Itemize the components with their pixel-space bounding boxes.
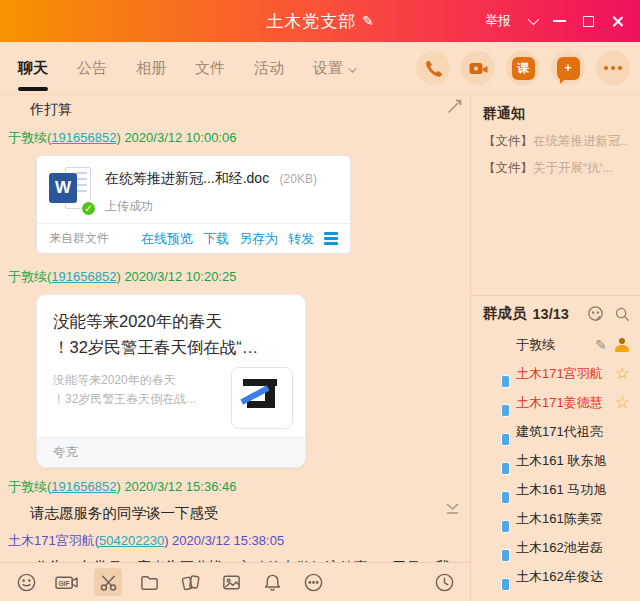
red-packet-button[interactable] (176, 568, 204, 596)
tab-settings[interactable]: 设置 (313, 59, 354, 78)
sender-uid-link[interactable]: 504202230 (99, 533, 164, 548)
close-button[interactable] (611, 15, 624, 28)
group-members-section: 群成员 13/13 于敦续 ✎ 土木171宫羽航 ☆ (471, 296, 640, 601)
new-topic-button[interactable]: + (551, 51, 585, 85)
edit-nickname-icon[interactable]: ✎ (595, 337, 607, 353)
screenshot-button[interactable] (94, 568, 122, 596)
avatar (483, 333, 507, 357)
file-card-footer: 来自群文件 在线预览 下载 另存为 转发 (37, 223, 350, 253)
window-controls: 举报 (485, 0, 640, 42)
mobile-online-icon (501, 520, 510, 533)
sender-name[interactable]: 于敦续 (8, 479, 47, 494)
file-message-card[interactable]: W ✓ 在统筹推进新冠...和经.doc (20KB) 上传成功 来自群文件 在… (36, 155, 351, 254)
edit-group-name-icon[interactable]: ✎ (362, 13, 374, 29)
send-file-button[interactable] (135, 568, 163, 596)
member-name: 土木161陈美霓 (516, 510, 603, 528)
member-row[interactable]: 土木162牟俊达 (483, 562, 630, 591)
link-source-label: 夸克 (37, 437, 305, 467)
member-name: 于敦续 (516, 336, 555, 354)
member-row[interactable]: 土木161 马功旭 (483, 475, 630, 504)
file-name[interactable]: 在统筹推进新冠...和经.doc (105, 170, 269, 186)
sender-name[interactable]: 于敦续 (8, 269, 47, 284)
file-size: (20KB) (280, 172, 317, 186)
phone-icon (423, 58, 443, 78)
member-name: 土木162池岩磊 (516, 539, 603, 557)
member-name: 土木162牟俊达 (516, 568, 603, 586)
message-sender-line: 于敦续(191656852) 2020/3/12 10:20:25 (8, 268, 470, 286)
member-row[interactable]: 土木171宫羽航 ☆ (483, 359, 630, 388)
avatar (483, 420, 507, 444)
mobile-online-icon (501, 491, 510, 504)
member-name: 土木171宫羽航 (516, 365, 603, 383)
gif-button[interactable]: GIF (53, 568, 81, 596)
message-sender-line: 于敦续(191656852) 2020/3/12 15:36:46 (8, 478, 470, 496)
bell-icon (262, 572, 283, 593)
partial-message-text: 作打算 (30, 101, 470, 119)
video-call-button[interactable] (461, 51, 495, 85)
group-sidebar: 群通知 【文件】在统筹推进新冠... 【文件】关于开展“抗‘... 群成员 13… (470, 95, 640, 601)
minimize-button[interactable] (553, 20, 566, 22)
anonymous-chat-icon[interactable] (587, 305, 604, 322)
tab-files[interactable]: 文件 (195, 59, 225, 78)
class-icon: 课 (512, 57, 535, 80)
emoji-button[interactable] (12, 568, 40, 596)
message-history-button[interactable] (430, 568, 458, 596)
member-row[interactable]: 于敦续 ✎ (483, 330, 630, 359)
chevron-down-icon[interactable] (528, 14, 539, 25)
group-notify-button[interactable] (258, 568, 286, 596)
scroll-to-bottom-icon[interactable] (445, 502, 460, 516)
member-row[interactable]: 建筑171代祖亮 (483, 417, 630, 446)
sender-name[interactable]: 于敦续 (8, 130, 47, 145)
scissors-icon (98, 572, 119, 593)
preview-online-link[interactable]: 在线预览 (141, 230, 193, 248)
download-link[interactable]: 下载 (203, 230, 229, 248)
clock-icon (434, 572, 455, 593)
toolbar-more-button[interactable] (299, 568, 327, 596)
voice-call-button[interactable] (416, 51, 450, 85)
sender-uid-link[interactable]: 191656852 (51, 269, 116, 284)
mobile-online-icon (501, 549, 510, 562)
group-owner-icon (614, 338, 630, 352)
maximize-button[interactable] (583, 16, 594, 27)
notice-item[interactable]: 【文件】关于开展“抗‘... (483, 160, 628, 177)
search-member-icon[interactable] (614, 306, 630, 322)
message-text: 请志愿服务的同学谈一下感受 (30, 504, 460, 523)
member-row[interactable]: 土木161 耿东旭 (483, 446, 630, 475)
more-actions-button[interactable] (596, 51, 630, 85)
notice-prefix: 【文件】 (483, 134, 533, 148)
member-row[interactable]: 土木161陈美霓 (483, 504, 630, 533)
file-card-top: W ✓ 在统筹推进新冠...和经.doc (20KB) 上传成功 (37, 156, 350, 223)
sender-uid-link[interactable]: 191656852 (51, 130, 116, 145)
message-sender-line: 土木171宫羽航(504202230) 2020/3/12 15:38:05 (8, 532, 470, 550)
group-notice-title: 群通知 (483, 105, 628, 123)
sender-uid-link[interactable]: 191656852 (51, 479, 116, 494)
report-button[interactable]: 举报 (485, 12, 511, 30)
mobile-online-icon (501, 375, 510, 388)
link-title: 没能等来2020年的春天 ！32岁民警王春天倒在战“… (37, 295, 305, 360)
more-file-actions-icon[interactable] (324, 232, 338, 245)
sender-name[interactable]: 土木171宫羽航 (8, 533, 95, 548)
image-icon (221, 572, 242, 593)
tab-chat[interactable]: 聊天 (18, 59, 48, 78)
member-row[interactable]: 土木171姜德慧 ☆ (483, 388, 630, 417)
group-class-button[interactable]: 课 (506, 51, 540, 85)
red-packet-icon (180, 572, 201, 593)
message-sender-line: 于敦续(191656852) 2020/3/12 10:00:06 (8, 129, 470, 147)
tab-album[interactable]: 相册 (136, 59, 166, 78)
tab-announcement[interactable]: 公告 (77, 59, 107, 78)
send-image-button[interactable] (217, 568, 245, 596)
tab-activity[interactable]: 活动 (254, 59, 284, 78)
link-thumbnail (231, 367, 293, 429)
collapse-sidebar-icon[interactable] (447, 99, 462, 114)
members-count: 13/13 (533, 306, 569, 322)
link-share-card[interactable]: 没能等来2020年的春天 ！32岁民警王春天倒在战“… 没能等来2020年的春天… (36, 294, 306, 468)
avatar (483, 449, 507, 473)
avatar (483, 536, 507, 560)
member-row[interactable]: 土木162池岩磊 (483, 533, 630, 562)
ellipsis-icon (604, 66, 622, 70)
save-as-link[interactable]: 另存为 (239, 230, 278, 248)
notice-item[interactable]: 【文件】在统筹推进新冠... (483, 133, 628, 150)
circled-ellipsis-icon (303, 572, 324, 593)
feature-icon-group: 课 + (416, 51, 640, 85)
forward-link[interactable]: 转发 (288, 230, 314, 248)
